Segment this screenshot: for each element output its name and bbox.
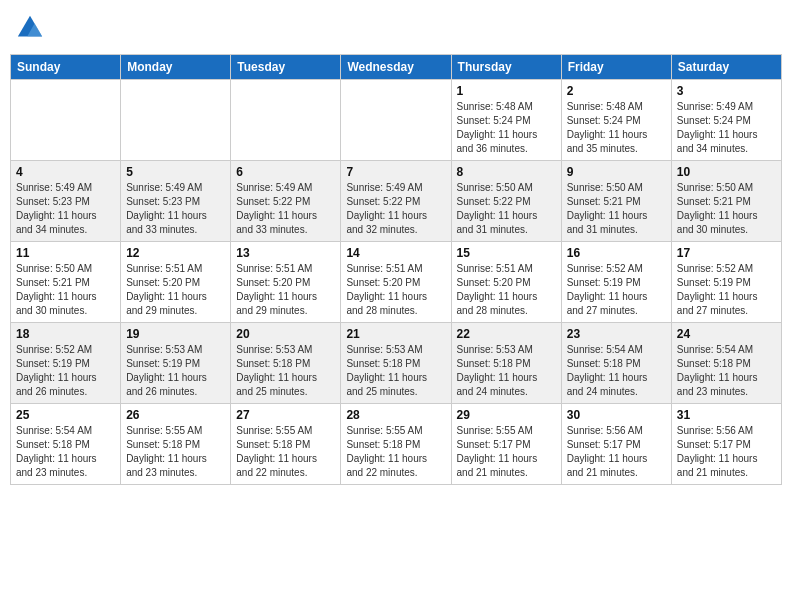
- day-number: 7: [346, 165, 445, 179]
- calendar-cell: 18Sunrise: 5:52 AM Sunset: 5:19 PM Dayli…: [11, 323, 121, 404]
- calendar-cell: 25Sunrise: 5:54 AM Sunset: 5:18 PM Dayli…: [11, 404, 121, 485]
- page-header: [10, 10, 782, 46]
- day-number: 20: [236, 327, 335, 341]
- day-number: 1: [457, 84, 556, 98]
- day-number: 29: [457, 408, 556, 422]
- day-info: Sunrise: 5:55 AM Sunset: 5:18 PM Dayligh…: [126, 424, 225, 480]
- day-info: Sunrise: 5:50 AM Sunset: 5:21 PM Dayligh…: [567, 181, 666, 237]
- day-info: Sunrise: 5:51 AM Sunset: 5:20 PM Dayligh…: [126, 262, 225, 318]
- day-number: 16: [567, 246, 666, 260]
- calendar-cell: 2Sunrise: 5:48 AM Sunset: 5:24 PM Daylig…: [561, 80, 671, 161]
- day-info: Sunrise: 5:50 AM Sunset: 5:22 PM Dayligh…: [457, 181, 556, 237]
- day-number: 13: [236, 246, 335, 260]
- calendar-cell: 8Sunrise: 5:50 AM Sunset: 5:22 PM Daylig…: [451, 161, 561, 242]
- day-number: 12: [126, 246, 225, 260]
- day-number: 19: [126, 327, 225, 341]
- day-info: Sunrise: 5:56 AM Sunset: 5:17 PM Dayligh…: [567, 424, 666, 480]
- day-number: 5: [126, 165, 225, 179]
- calendar-cell: 4Sunrise: 5:49 AM Sunset: 5:23 PM Daylig…: [11, 161, 121, 242]
- day-number: 14: [346, 246, 445, 260]
- day-number: 23: [567, 327, 666, 341]
- day-info: Sunrise: 5:55 AM Sunset: 5:18 PM Dayligh…: [346, 424, 445, 480]
- day-info: Sunrise: 5:48 AM Sunset: 5:24 PM Dayligh…: [567, 100, 666, 156]
- calendar-cell: 29Sunrise: 5:55 AM Sunset: 5:17 PM Dayli…: [451, 404, 561, 485]
- calendar-cell: 12Sunrise: 5:51 AM Sunset: 5:20 PM Dayli…: [121, 242, 231, 323]
- calendar-cell: 31Sunrise: 5:56 AM Sunset: 5:17 PM Dayli…: [671, 404, 781, 485]
- weekday-header-thursday: Thursday: [451, 55, 561, 80]
- day-info: Sunrise: 5:49 AM Sunset: 5:23 PM Dayligh…: [16, 181, 115, 237]
- day-info: Sunrise: 5:50 AM Sunset: 5:21 PM Dayligh…: [677, 181, 776, 237]
- day-info: Sunrise: 5:53 AM Sunset: 5:18 PM Dayligh…: [346, 343, 445, 399]
- day-info: Sunrise: 5:49 AM Sunset: 5:22 PM Dayligh…: [236, 181, 335, 237]
- calendar-cell: 13Sunrise: 5:51 AM Sunset: 5:20 PM Dayli…: [231, 242, 341, 323]
- calendar-cell: 7Sunrise: 5:49 AM Sunset: 5:22 PM Daylig…: [341, 161, 451, 242]
- logo: [16, 14, 48, 42]
- calendar-cell: [121, 80, 231, 161]
- day-info: Sunrise: 5:54 AM Sunset: 5:18 PM Dayligh…: [16, 424, 115, 480]
- day-number: 17: [677, 246, 776, 260]
- day-number: 3: [677, 84, 776, 98]
- day-info: Sunrise: 5:49 AM Sunset: 5:24 PM Dayligh…: [677, 100, 776, 156]
- day-number: 30: [567, 408, 666, 422]
- day-info: Sunrise: 5:48 AM Sunset: 5:24 PM Dayligh…: [457, 100, 556, 156]
- weekday-header-monday: Monday: [121, 55, 231, 80]
- calendar-cell: [231, 80, 341, 161]
- calendar-cell: 26Sunrise: 5:55 AM Sunset: 5:18 PM Dayli…: [121, 404, 231, 485]
- calendar-cell: 27Sunrise: 5:55 AM Sunset: 5:18 PM Dayli…: [231, 404, 341, 485]
- day-number: 25: [16, 408, 115, 422]
- day-number: 10: [677, 165, 776, 179]
- calendar-cell: 5Sunrise: 5:49 AM Sunset: 5:23 PM Daylig…: [121, 161, 231, 242]
- calendar-cell: 20Sunrise: 5:53 AM Sunset: 5:18 PM Dayli…: [231, 323, 341, 404]
- calendar-cell: 17Sunrise: 5:52 AM Sunset: 5:19 PM Dayli…: [671, 242, 781, 323]
- day-number: 4: [16, 165, 115, 179]
- day-number: 26: [126, 408, 225, 422]
- calendar-cell: 21Sunrise: 5:53 AM Sunset: 5:18 PM Dayli…: [341, 323, 451, 404]
- calendar-cell: 24Sunrise: 5:54 AM Sunset: 5:18 PM Dayli…: [671, 323, 781, 404]
- calendar-cell: 23Sunrise: 5:54 AM Sunset: 5:18 PM Dayli…: [561, 323, 671, 404]
- day-number: 18: [16, 327, 115, 341]
- day-info: Sunrise: 5:54 AM Sunset: 5:18 PM Dayligh…: [677, 343, 776, 399]
- day-info: Sunrise: 5:51 AM Sunset: 5:20 PM Dayligh…: [236, 262, 335, 318]
- calendar-week-row: 18Sunrise: 5:52 AM Sunset: 5:19 PM Dayli…: [11, 323, 782, 404]
- day-number: 11: [16, 246, 115, 260]
- logo-icon: [16, 14, 44, 42]
- calendar-cell: 14Sunrise: 5:51 AM Sunset: 5:20 PM Dayli…: [341, 242, 451, 323]
- day-info: Sunrise: 5:56 AM Sunset: 5:17 PM Dayligh…: [677, 424, 776, 480]
- calendar-cell: [341, 80, 451, 161]
- calendar-cell: 10Sunrise: 5:50 AM Sunset: 5:21 PM Dayli…: [671, 161, 781, 242]
- calendar-cell: [11, 80, 121, 161]
- calendar-cell: 9Sunrise: 5:50 AM Sunset: 5:21 PM Daylig…: [561, 161, 671, 242]
- calendar-cell: 19Sunrise: 5:53 AM Sunset: 5:19 PM Dayli…: [121, 323, 231, 404]
- calendar-week-row: 1Sunrise: 5:48 AM Sunset: 5:24 PM Daylig…: [11, 80, 782, 161]
- calendar-cell: 15Sunrise: 5:51 AM Sunset: 5:20 PM Dayli…: [451, 242, 561, 323]
- calendar-cell: 28Sunrise: 5:55 AM Sunset: 5:18 PM Dayli…: [341, 404, 451, 485]
- day-number: 6: [236, 165, 335, 179]
- day-info: Sunrise: 5:53 AM Sunset: 5:18 PM Dayligh…: [457, 343, 556, 399]
- day-number: 21: [346, 327, 445, 341]
- day-info: Sunrise: 5:51 AM Sunset: 5:20 PM Dayligh…: [457, 262, 556, 318]
- day-number: 31: [677, 408, 776, 422]
- calendar-cell: 30Sunrise: 5:56 AM Sunset: 5:17 PM Dayli…: [561, 404, 671, 485]
- calendar-cell: 3Sunrise: 5:49 AM Sunset: 5:24 PM Daylig…: [671, 80, 781, 161]
- calendar-week-row: 25Sunrise: 5:54 AM Sunset: 5:18 PM Dayli…: [11, 404, 782, 485]
- weekday-header-saturday: Saturday: [671, 55, 781, 80]
- day-number: 2: [567, 84, 666, 98]
- calendar-cell: 1Sunrise: 5:48 AM Sunset: 5:24 PM Daylig…: [451, 80, 561, 161]
- weekday-header-friday: Friday: [561, 55, 671, 80]
- day-number: 22: [457, 327, 556, 341]
- weekday-header-tuesday: Tuesday: [231, 55, 341, 80]
- calendar-week-row: 11Sunrise: 5:50 AM Sunset: 5:21 PM Dayli…: [11, 242, 782, 323]
- day-info: Sunrise: 5:51 AM Sunset: 5:20 PM Dayligh…: [346, 262, 445, 318]
- day-number: 24: [677, 327, 776, 341]
- day-info: Sunrise: 5:52 AM Sunset: 5:19 PM Dayligh…: [16, 343, 115, 399]
- calendar-cell: 16Sunrise: 5:52 AM Sunset: 5:19 PM Dayli…: [561, 242, 671, 323]
- weekday-header-row: SundayMondayTuesdayWednesdayThursdayFrid…: [11, 55, 782, 80]
- day-number: 28: [346, 408, 445, 422]
- day-info: Sunrise: 5:54 AM Sunset: 5:18 PM Dayligh…: [567, 343, 666, 399]
- calendar-cell: 22Sunrise: 5:53 AM Sunset: 5:18 PM Dayli…: [451, 323, 561, 404]
- day-info: Sunrise: 5:52 AM Sunset: 5:19 PM Dayligh…: [677, 262, 776, 318]
- calendar-cell: 11Sunrise: 5:50 AM Sunset: 5:21 PM Dayli…: [11, 242, 121, 323]
- day-number: 9: [567, 165, 666, 179]
- weekday-header-wednesday: Wednesday: [341, 55, 451, 80]
- day-number: 8: [457, 165, 556, 179]
